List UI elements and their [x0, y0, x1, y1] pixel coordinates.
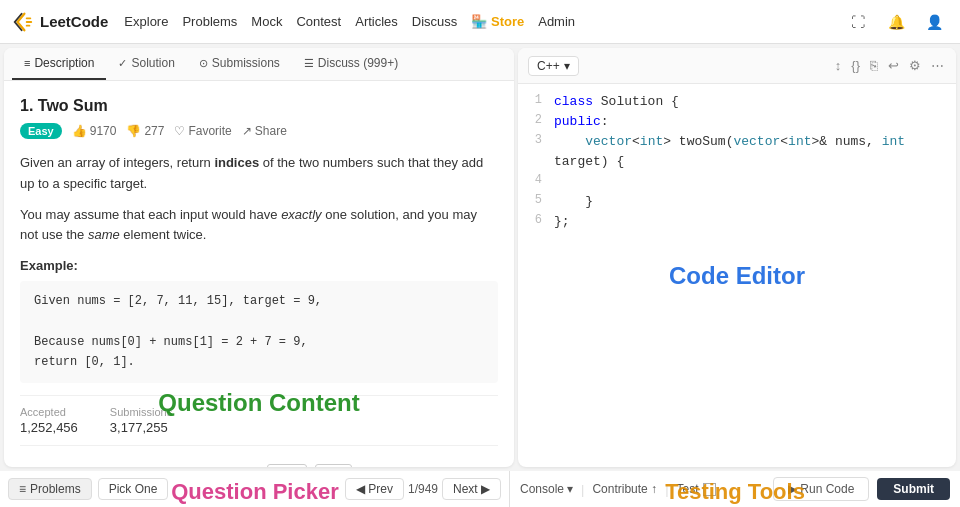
console-button[interactable]: Console ▾ — [520, 482, 573, 496]
divider-1: | — [581, 482, 584, 497]
tab-solution[interactable]: ✓ Solution — [106, 48, 186, 80]
share-link[interactable]: ↗ Share — [242, 124, 287, 138]
navbar: LeetCode Explore Problems Mock Contest A… — [0, 0, 960, 44]
tab-submissions[interactable]: ⊙ Submissions — [187, 48, 292, 80]
prev-button[interactable]: ◀ Prev — [345, 478, 404, 500]
description-tab-icon: ≡ — [24, 57, 30, 69]
code-editor-area[interactable]: 1 class Solution { 2 public: 3 vector<in… — [518, 84, 956, 467]
next-button[interactable]: Next ▶ — [442, 478, 501, 500]
nav-store[interactable]: 🏪 Store — [471, 14, 524, 29]
main-layout: ≡ Description ✓ Solution ⊙ Submissions ☰… — [0, 44, 960, 471]
line-number-5: 5 — [518, 192, 554, 207]
likes-count[interactable]: 👍 9170 — [72, 124, 117, 138]
problems-button[interactable]: ≡ Problems — [8, 478, 92, 500]
page-info: 1/949 — [408, 482, 438, 496]
accepted-stat: Accepted 1,252,456 — [20, 406, 78, 435]
example-line-2 — [34, 312, 484, 332]
example-label: Example: — [20, 258, 498, 273]
nav-links: Explore Problems Mock Contest Articles D… — [124, 14, 828, 29]
question-title: 1. Two Sum — [20, 97, 498, 115]
submissions-value: 3,177,255 — [110, 420, 172, 435]
line-content-6: }; — [554, 212, 570, 232]
leetcode-logo-icon — [12, 11, 34, 33]
logo[interactable]: LeetCode — [12, 11, 108, 33]
code-expand-icon[interactable]: ↕ — [833, 56, 844, 75]
example-line-1: Given nums = [2, 7, 11, 15], target = 9, — [34, 291, 484, 311]
restore-icon[interactable]: ↩ — [886, 56, 901, 75]
list-icon: ≡ — [19, 482, 26, 496]
settings-icon[interactable]: ⚙ — [907, 56, 923, 75]
submit-button[interactable]: Submit — [877, 478, 950, 500]
brand-name: LeetCode — [40, 13, 108, 30]
line-number-4: 4 — [518, 172, 554, 187]
indices-bold: indices — [214, 155, 259, 170]
right-panel: C++ ▾ ↕ {} ⎘ ↩ ⚙ ⋯ 1 class Solution { — [518, 48, 956, 467]
tab-discuss[interactable]: ☰ Discuss (999+) — [292, 48, 410, 80]
language-selector[interactable]: C++ ▾ — [528, 56, 579, 76]
contribute-button[interactable]: Contribute ↑ — [592, 482, 657, 496]
tab-description[interactable]: ≡ Description — [12, 48, 106, 80]
line-content-1: class Solution { — [554, 92, 679, 112]
yes-button[interactable]: Yes — [267, 464, 307, 467]
test-checkbox[interactable] — [703, 483, 716, 496]
left-tabs-bar: ≡ Description ✓ Solution ⊙ Submissions ☰… — [4, 48, 514, 81]
bottom-bar: ≡ Problems Pick One ◀ Prev 1/949 Next ▶ … — [0, 471, 960, 507]
stats-row: Accepted 1,252,456 Submissions 3,177,255 — [20, 395, 498, 446]
interview-row: Seen this question in a real interview b… — [20, 456, 498, 467]
nav-mock[interactable]: Mock — [251, 14, 282, 29]
difficulty-badge: Easy — [20, 123, 62, 139]
left-panel: ≡ Description ✓ Solution ⊙ Submissions ☰… — [4, 48, 514, 467]
submissions-stat: Submissions 3,177,255 — [110, 406, 172, 435]
code-line-6: 6 }; — [518, 212, 956, 232]
nav-problems[interactable]: Problems — [182, 14, 237, 29]
copy-icon[interactable]: ⎘ — [868, 56, 880, 75]
more-icon[interactable]: ⋯ — [929, 56, 946, 75]
nav-explore[interactable]: Explore — [124, 14, 168, 29]
console-dropdown-icon: ▾ — [567, 482, 573, 496]
line-content-4 — [554, 172, 562, 192]
run-code-button[interactable]: ▶ Run Code — [773, 477, 869, 501]
nav-right-icons: ⛶ 🔔 👤 — [844, 8, 948, 36]
code-line-5: 5 } — [518, 192, 956, 212]
nav-contest[interactable]: Contest — [296, 14, 341, 29]
line-content-2: public: — [554, 112, 609, 132]
accepted-value: 1,252,456 — [20, 420, 78, 435]
submissions-tab-icon: ⊙ — [199, 57, 208, 70]
profile-button[interactable]: 👤 — [920, 8, 948, 36]
left-panel-wrapper: ≡ Description ✓ Solution ⊙ Submissions ☰… — [4, 48, 514, 467]
submissions-label: Submissions — [110, 406, 172, 418]
share-icon: ↗ — [242, 124, 252, 138]
heart-icon: ♡ — [174, 124, 185, 138]
bottom-left-panel: ≡ Problems Pick One ◀ Prev 1/949 Next ▶ … — [0, 471, 510, 507]
language-label: C++ — [537, 59, 560, 73]
nav-discuss[interactable]: Discuss — [412, 14, 458, 29]
question-content: 1. Two Sum Easy 👍 9170 👎 277 ♡ Fa — [4, 81, 514, 467]
example-box: Given nums = [2, 7, 11, 15], target = 9,… — [20, 281, 498, 383]
code-line-1: 1 class Solution { — [518, 92, 956, 112]
test-area: Test — [677, 482, 716, 496]
dislikes-count[interactable]: 👎 277 — [126, 124, 164, 138]
line-content-3: vector<int> twoSum(vector<int>& nums, in… — [554, 132, 956, 172]
no-button[interactable]: No — [315, 464, 351, 467]
notifications-button[interactable]: 🔔 — [882, 8, 910, 36]
bottom-left-content: ≡ Problems Pick One ◀ Prev 1/949 Next ▶ — [0, 471, 510, 507]
fullscreen-button[interactable]: ⛶ — [844, 8, 872, 36]
code-line-3: 3 vector<int> twoSum(vector<int>& nums, … — [518, 132, 956, 172]
favorite-link[interactable]: ♡ Favorite — [174, 124, 231, 138]
pick-one-button[interactable]: Pick One — [98, 478, 169, 500]
line-content-5: } — [554, 192, 593, 212]
example-line-3: Because nums[0] + nums[1] = 2 + 7 = 9, — [34, 332, 484, 352]
line-number-3: 3 — [518, 132, 554, 147]
example-line-4: return [0, 1]. — [34, 352, 484, 372]
bracket-icon[interactable]: {} — [849, 56, 862, 75]
exactly-italic: exactly — [281, 207, 321, 222]
code-textarea[interactable]: 1 class Solution { 2 public: 3 vector<in… — [518, 84, 956, 240]
nav-articles[interactable]: Articles — [355, 14, 398, 29]
bottom-right-content: Console ▾ | Contribute ↑ | Test ▶ Run Co… — [510, 471, 960, 507]
thumbs-up-icon: 👍 — [72, 124, 87, 138]
lang-dropdown-icon: ▾ — [564, 59, 570, 73]
question-note: You may assume that each input would hav… — [20, 205, 498, 247]
same-italic: same — [88, 227, 120, 242]
nav-admin[interactable]: Admin — [538, 14, 575, 29]
divider-2: | — [665, 482, 668, 497]
